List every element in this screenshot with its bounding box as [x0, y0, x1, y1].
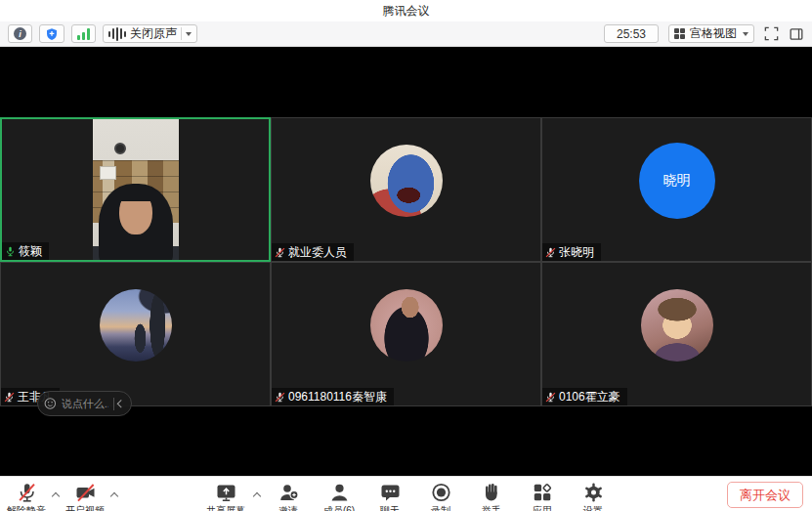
chevron-down-icon: [743, 32, 748, 36]
participant-name-badge: 张晓明: [542, 243, 601, 261]
start-video-label: 开启视频: [65, 506, 105, 511]
participant-tile-qinzhikang[interactable]: 0961180116秦智康: [271, 262, 541, 406]
video-options-caret-icon[interactable]: [110, 492, 118, 500]
shield-plus-icon: [45, 27, 59, 41]
mute-original-sound-button[interactable]: 关闭原声: [103, 24, 197, 43]
share-screen-button[interactable]: 共享屏幕: [203, 482, 248, 511]
settings-label: 设置: [583, 506, 603, 511]
participant-name: 就业委人员: [288, 245, 347, 259]
divider: [113, 398, 114, 410]
mute-original-sound-label: 关闭原声: [130, 25, 177, 42]
share-screen-label: 共享屏幕: [206, 506, 245, 511]
security-button[interactable]: [39, 24, 64, 43]
unmute-button[interactable]: 解除静音: [4, 482, 49, 511]
participant-name-badge: 就业委人员: [272, 243, 354, 261]
participant-tile-xiaoying[interactable]: 筱颖: [0, 117, 271, 262]
start-video-button[interactable]: 开启视频: [63, 482, 107, 511]
mic-muted-icon: [545, 392, 556, 403]
mic-muted-icon: [275, 247, 285, 258]
video-grid: 筱颖 就业委人员 晓明: [0, 117, 812, 406]
participant-tile-wangfeifan[interactable]: 王非凡: [0, 262, 271, 406]
record-button[interactable]: 录制: [418, 482, 463, 511]
info-icon: i: [14, 27, 26, 40]
window-title: 腾讯会议: [383, 3, 430, 20]
leave-meeting-label: 离开会议: [740, 487, 791, 504]
raise-hand-label: 举手: [482, 506, 501, 511]
mic-muted-icon: [16, 482, 38, 503]
invite-label: 邀请: [278, 506, 298, 511]
participant-tile-jiuyewei[interactable]: 就业委人员: [271, 117, 541, 262]
mic-muted-icon: [275, 392, 285, 403]
invite-icon: [278, 482, 300, 503]
mic-muted-icon: [4, 392, 15, 403]
view-mode-label: 宫格视图: [690, 25, 737, 42]
clock-decor: [114, 143, 126, 154]
avatar: [370, 289, 443, 362]
avatar-initials-text: 晓明: [663, 172, 691, 190]
participant-name: 0961180116秦智康: [288, 390, 387, 404]
fullscreen-icon[interactable]: [764, 26, 779, 41]
avatar: [370, 145, 443, 217]
emoji-icon[interactable]: [44, 397, 57, 410]
box-decor: [100, 166, 116, 180]
view-mode-button[interactable]: 宫格视图: [668, 24, 754, 43]
bottom-toolbar: 解除静音 开启视频 共享屏幕: [0, 476, 812, 511]
unmute-label: 解除静音: [7, 506, 46, 511]
settings-gear-icon: [582, 482, 605, 503]
chevron-down-icon[interactable]: [186, 32, 192, 36]
participant-name: 张晓明: [559, 245, 594, 259]
raise-hand-icon: [481, 482, 503, 503]
chat-button[interactable]: 聊天: [367, 482, 412, 511]
mic-on-icon: [5, 246, 16, 257]
window-titlebar: 腾讯会议: [0, 0, 812, 21]
chat-label: 聊天: [380, 506, 400, 511]
invite-button[interactable]: 邀请: [266, 482, 311, 511]
avatar-initials: 晓明: [639, 143, 715, 219]
members-button[interactable]: 成员(6): [317, 482, 362, 511]
raise-hand-button[interactable]: 举手: [469, 482, 514, 511]
camera-muted-icon: [74, 482, 97, 503]
members-label: 成员(6): [323, 506, 355, 511]
avatar: [641, 289, 713, 362]
participant-name: 0106霍立豪: [559, 390, 620, 404]
avatar: [100, 289, 172, 362]
top-toolbar: i 关闭原声 25:53: [0, 21, 812, 47]
network-status-button[interactable]: [71, 24, 96, 43]
participant-video: [93, 119, 179, 260]
audio-wave-icon: [108, 27, 126, 41]
participant-name-badge: 0961180116秦智康: [272, 388, 394, 405]
record-label: 录制: [431, 506, 450, 511]
timer-value: 25:53: [610, 27, 653, 41]
apps-icon: [532, 482, 554, 503]
meeting-info-button[interactable]: i: [8, 24, 32, 43]
signal-bars-icon: [77, 28, 90, 40]
share-screen-icon: [215, 482, 237, 503]
chat-icon: [379, 482, 402, 503]
participant-tile-huolihao[interactable]: 0106霍立豪: [541, 262, 812, 406]
apps-button[interactable]: 应用: [520, 482, 565, 511]
participant-name: 筱颖: [19, 244, 42, 258]
chat-input-placeholder[interactable]: 说点什么...: [62, 397, 108, 411]
share-options-caret-icon[interactable]: [253, 492, 261, 500]
meeting-window: 腾讯会议 i 关闭原声: [0, 0, 812, 511]
collapse-chevron-icon[interactable]: [117, 400, 125, 407]
members-icon: [328, 482, 351, 503]
participant-name-badge: 筱颖: [2, 242, 49, 260]
mic-options-caret-icon[interactable]: [52, 492, 60, 500]
leave-meeting-button[interactable]: 离开会议: [727, 482, 803, 508]
divider: [181, 27, 182, 40]
mic-muted-icon: [545, 247, 556, 258]
participant-tile-zhangxiaoming[interactable]: 晓明 张晓明: [541, 117, 812, 262]
chat-quick-input[interactable]: 说点什么...: [37, 391, 132, 416]
meeting-timer: 25:53: [604, 24, 659, 43]
record-icon: [430, 482, 452, 503]
participant-name-badge: 0106霍立豪: [542, 388, 627, 405]
apps-label: 应用: [533, 506, 552, 511]
grid-view-icon: [674, 28, 685, 39]
person-bangs: [115, 185, 156, 201]
side-panel-icon[interactable]: [789, 26, 804, 42]
settings-button[interactable]: 设置: [571, 482, 616, 511]
